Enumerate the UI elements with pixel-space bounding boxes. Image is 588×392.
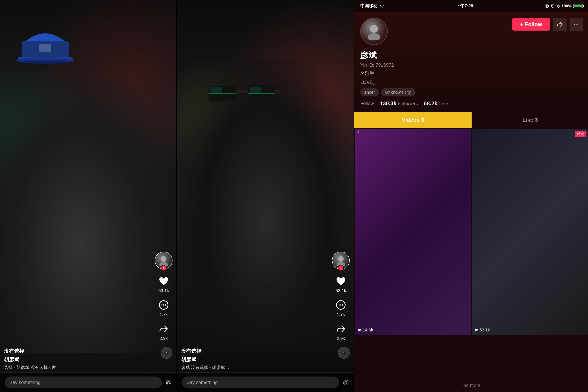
left-comment-bar: Say something @ [0, 372, 176, 392]
left-comment-input[interactable]: Say something [5, 376, 162, 388]
followers-count: 130.3k [380, 100, 396, 106]
svg-point-31 [344, 352, 344, 353]
profile-share-button[interactable] [553, 18, 566, 31]
tab-likes[interactable]: Like 3 [472, 112, 588, 128]
svg-rect-17 [204, 90, 208, 92]
grid-thumb-1[interactable]: 7 14.6k [355, 129, 471, 335]
svg-point-10 [165, 304, 166, 306]
profile-actions-row: + Follow ··· [512, 18, 583, 31]
follow-plus-badge[interactable]: + [161, 265, 166, 271]
svg-point-28 [342, 304, 343, 306]
ar-hat-overlay [10, 26, 80, 65]
mid-comment-icon [335, 299, 347, 311]
status-bar: 中国移动 下午7:29 [354, 0, 588, 12]
mid-video-desc: 彦斌 没有选择 - 胡彦斌 ； [181, 364, 334, 370]
svg-point-26 [338, 304, 340, 306]
mid-side-actions: + 53.1k 1.7k [332, 252, 350, 341]
left-music-disc [161, 347, 172, 359]
svg-point-13 [166, 352, 167, 353]
profile-name: 彦斌 [360, 50, 583, 61]
followers-label: Followers [398, 101, 418, 106]
svg-rect-3 [39, 44, 51, 52]
tab-videos[interactable]: Videos 3 [354, 112, 472, 128]
left-video-desc: 选择 - 胡彦斌 没有选择 - 古 [4, 364, 157, 370]
profile-yin-id: Yin ID: 7916972 [360, 62, 583, 68]
following-stat[interactable]: Follow [360, 101, 374, 106]
likes-stat: 68.2k Likes [424, 100, 450, 106]
thumb-1-likes: 14.6k [358, 328, 373, 332]
left-video-info: 没有选择 胡彦斌 选择 - 胡彦斌 没有选择 - 古 [4, 348, 157, 370]
svg-rect-19 [210, 87, 222, 93]
tab-videos-label: Videos 3 [402, 117, 424, 123]
carrier-label: 中国移动 [360, 3, 378, 9]
mid-video-panel: + 53.1k 1.7k [177, 0, 354, 392]
svg-point-27 [340, 304, 342, 306]
left-person [0, 78, 176, 353]
mid-at-icon[interactable]: @ [343, 379, 349, 386]
profile-avatar-inner [361, 18, 387, 44]
tab-likes-label: Like 3 [522, 117, 538, 123]
profile-top-row: + Follow ··· [360, 18, 583, 45]
profile-tabs: Videos 3 Like 3 [354, 112, 588, 128]
left-comment-btn[interactable]: 1.7k [158, 299, 170, 317]
svg-point-4 [18, 60, 72, 64]
likes-count: 68.2k [424, 100, 438, 106]
left-share-count: 2.9k [160, 336, 168, 341]
left-comment-icon [158, 299, 170, 311]
battery-label: 100% [562, 4, 572, 8]
svg-rect-20 [250, 87, 262, 93]
mid-music-disc [338, 347, 350, 359]
mid-share-icon [335, 323, 347, 335]
status-icons: 100% [545, 4, 572, 8]
mid-video-username: 胡彦斌 [181, 356, 334, 363]
no-more-label: No more [354, 379, 588, 392]
left-like-count: 53.1k [158, 288, 169, 293]
left-avatar-container[interactable]: + [155, 252, 172, 269]
thumb-1-overlay: 14.6k [355, 129, 471, 335]
profile-avatar [360, 18, 388, 45]
mid-comment-bar: Say something @ [177, 372, 354, 392]
left-at-icon[interactable]: @ [166, 379, 172, 386]
profile-more-button[interactable]: ··· [570, 18, 583, 31]
left-video-username: 胡彦斌 [4, 356, 157, 363]
svg-point-40 [368, 33, 380, 40]
mid-comment-count: 1.7k [337, 312, 345, 317]
mid-comment-btn[interactable]: 1.7k [335, 299, 347, 317]
left-share-btn[interactable]: 2.9k [158, 323, 170, 341]
profile-stats: Follow 130.3k Followers 68.2k Likes [360, 100, 583, 106]
left-comment-count: 1.7k [160, 312, 168, 317]
profile-tag-1: ancer [360, 88, 379, 96]
likes-label: Likes [439, 101, 450, 106]
profile-bio-2: LOVE_. [360, 80, 583, 85]
mid-share-btn[interactable]: 2.9k [335, 323, 347, 341]
left-share-icon [158, 323, 170, 335]
svg-rect-22 [248, 93, 275, 94]
left-like-btn[interactable]: 53.1k [158, 275, 170, 293]
svg-point-39 [370, 25, 378, 33]
mid-heart-icon [335, 275, 347, 287]
battery-fill [574, 4, 582, 7]
ar-glasses-overlay [204, 84, 279, 104]
profile-header-area: + Follow ··· 彦斌 Yin ID: 7916972 名歌手 LOVE… [354, 12, 588, 112]
svg-point-9 [163, 304, 164, 306]
grid-thumb-2[interactable]: 精选 53.1k [472, 129, 588, 335]
svg-rect-21 [208, 93, 236, 94]
thumb-2-overlay: 53.1k [472, 129, 588, 335]
status-time: 下午7:29 [456, 3, 473, 9]
follow-button[interactable]: + Follow [512, 18, 550, 30]
mid-like-btn[interactable]: 53.1k [335, 275, 347, 293]
mid-avatar-container[interactable]: + [332, 252, 350, 269]
profile-tag-2: Unknown city. [381, 88, 416, 96]
mid-share-count: 2.9k [337, 336, 345, 341]
mid-follow-plus-badge[interactable]: + [338, 265, 344, 271]
mid-comment-input[interactable]: Say something [182, 376, 339, 388]
status-right: 100% [545, 4, 583, 8]
svg-rect-18 [275, 90, 279, 92]
profile-panel: 中国移动 下午7:29 [354, 0, 588, 392]
mid-like-count: 53.1k [336, 288, 346, 293]
left-video-title: 没有选择 [4, 348, 157, 354]
video-grid: 7 14.6k 精选 53.1k [354, 128, 588, 379]
profile-tags: ancer Unknown city. [360, 88, 583, 96]
mid-video-info: 没有选择 胡彦斌 彦斌 没有选择 - 胡彦斌 ； [181, 348, 334, 370]
svg-point-8 [161, 304, 162, 306]
